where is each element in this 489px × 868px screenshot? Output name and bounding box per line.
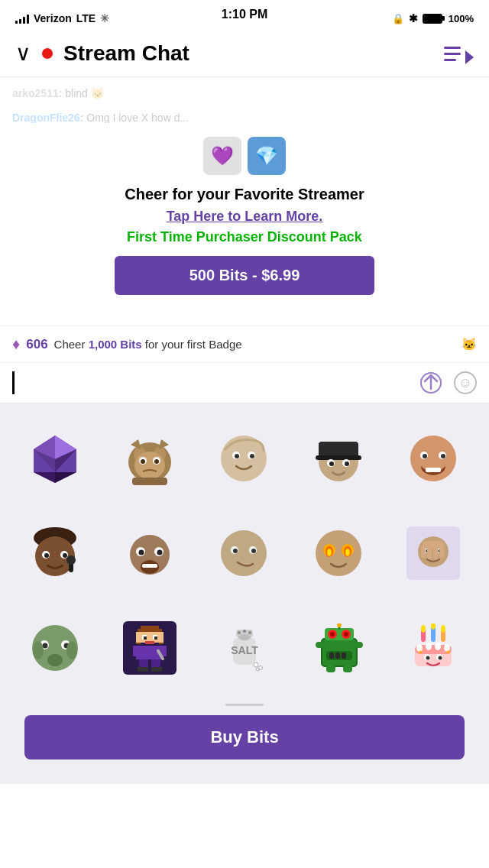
signal-bars <box>15 13 29 24</box>
svg-point-22 <box>235 454 239 458</box>
bits-gem-icon: ♦ <box>12 335 20 353</box>
svg-point-48 <box>138 549 144 555</box>
status-right: 🔒 ✱ 100% <box>392 12 474 24</box>
emote-pixel-girl[interactable] <box>107 604 194 691</box>
emote-face-fire[interactable] <box>296 510 383 598</box>
promo-discount-text: First Time Purchaser Discount Pack <box>127 229 362 245</box>
emote-face-cap[interactable] <box>296 416 383 503</box>
svg-point-103 <box>238 634 251 640</box>
svg-point-63 <box>345 549 350 556</box>
live-dot <box>42 48 53 59</box>
promo-title: Cheer for your Favorite Streamer <box>125 184 364 204</box>
chevron-down-icon[interactable]: ∨ <box>15 43 31 64</box>
svg-rect-71 <box>427 546 432 559</box>
bits-highlight: 1,000 Bits <box>89 338 142 351</box>
emote-pepe-sad[interactable] <box>107 416 194 503</box>
svg-point-49 <box>157 549 162 555</box>
text-cursor <box>12 371 15 394</box>
svg-point-106 <box>248 631 251 634</box>
emote-birthday-cake[interactable]: ★ ★ <box>390 604 477 691</box>
battery-percent: 100% <box>449 13 474 24</box>
svg-point-11 <box>134 452 165 479</box>
page-title: Stream Chat <box>63 41 189 66</box>
send-button[interactable] <box>419 371 443 395</box>
svg-point-107 <box>254 662 258 667</box>
promo-buy-button[interactable]: 500 Bits - $6.99 <box>115 256 374 295</box>
emote-face-afro[interactable] <box>12 510 99 598</box>
signal-bar-3 <box>23 17 25 24</box>
send-icon-svg <box>420 372 442 394</box>
buy-bits-button[interactable]: Buy Bits <box>24 715 465 760</box>
emote-robot-green[interactable] <box>296 604 383 691</box>
promo-icon-2: 💎 <box>248 137 286 175</box>
emotes-grid: SALT <box>12 416 477 691</box>
svg-point-44 <box>66 555 76 565</box>
signal-bar-1 <box>15 21 18 24</box>
svg-point-42 <box>63 553 67 558</box>
svg-rect-85 <box>136 643 141 644</box>
svg-text:★: ★ <box>418 649 423 656</box>
badge-icon: 🐱 <box>461 337 477 351</box>
svg-point-115 <box>330 632 335 636</box>
emote-face-palm[interactable] <box>390 510 477 598</box>
svg-rect-125 <box>326 665 335 672</box>
bottom-divider <box>225 704 264 706</box>
svg-text:SALT: SALT <box>231 644 258 656</box>
emotes-section: SALT <box>0 403 489 784</box>
svg-rect-90 <box>154 636 157 640</box>
svg-marker-6 <box>34 472 55 483</box>
status-time: 1:10 PM <box>222 8 267 21</box>
promo-subtitle[interactable]: Tap Here to Learn More. <box>167 209 323 225</box>
emote-face-scared[interactable] <box>12 604 99 691</box>
svg-rect-36 <box>426 468 441 472</box>
svg-rect-26 <box>316 455 361 460</box>
status-bar: Verizon LTE ✳︎ 1:10 PM 🔒 ✱ 100% <box>0 0 489 34</box>
svg-point-80 <box>33 641 44 659</box>
svg-rect-122 <box>342 653 346 659</box>
signal-bar-4 <box>27 15 29 24</box>
svg-rect-72 <box>433 546 438 559</box>
chat-input-row: ☺ <box>0 363 489 403</box>
chat-text-input[interactable] <box>22 375 419 391</box>
svg-rect-83 <box>138 629 162 632</box>
network-label: LTE <box>76 12 96 24</box>
svg-rect-93 <box>133 646 139 656</box>
svg-rect-73 <box>439 546 444 558</box>
filter-menu-button[interactable] <box>444 43 474 64</box>
svg-text:★: ★ <box>445 649 451 656</box>
emote-face-open[interactable] <box>107 510 194 598</box>
svg-rect-120 <box>329 653 334 659</box>
svg-rect-97 <box>138 667 148 672</box>
svg-point-30 <box>345 462 349 466</box>
svg-rect-123 <box>316 642 323 648</box>
bits-cheer-text: Cheer 1,000 Bits for your first Badge <box>54 338 242 351</box>
bits-badge-row: ♦ 606 Cheer 1,000 Bits for your first Ba… <box>0 326 489 363</box>
svg-point-109 <box>256 668 259 671</box>
svg-rect-86 <box>159 643 164 644</box>
svg-point-132 <box>441 625 445 633</box>
svg-point-81 <box>66 641 77 659</box>
svg-marker-7 <box>55 472 76 483</box>
svg-rect-70 <box>421 546 426 558</box>
svg-rect-84 <box>136 632 164 643</box>
svg-point-56 <box>251 549 256 553</box>
svg-rect-82 <box>141 626 159 629</box>
svg-point-34 <box>423 454 427 458</box>
svg-point-57 <box>316 530 361 576</box>
emote-bits-gem[interactable] <box>12 416 99 503</box>
svg-point-29 <box>329 462 334 466</box>
emote-salt-shaker[interactable]: SALT <box>201 604 288 691</box>
emote-face-laugh[interactable] <box>390 416 477 503</box>
emote-bald-face[interactable] <box>201 416 288 503</box>
svg-point-15 <box>154 459 159 464</box>
emoji-button[interactable]: ☺ <box>454 371 477 394</box>
filter-icon <box>444 43 474 64</box>
status-left: Verizon LTE ✳︎ <box>15 12 109 24</box>
emote-face-smirk[interactable] <box>201 510 288 598</box>
svg-rect-126 <box>343 665 352 672</box>
svg-rect-91 <box>145 641 154 644</box>
svg-point-137 <box>435 643 441 650</box>
svg-point-136 <box>426 643 432 650</box>
svg-rect-98 <box>151 667 162 672</box>
lock-icon: 🔒 <box>392 13 404 24</box>
